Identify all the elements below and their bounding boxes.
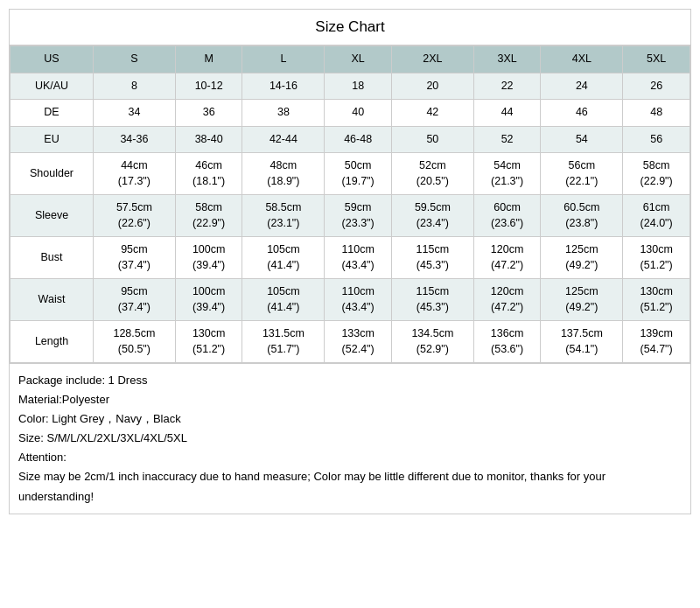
row-header-cell: DE	[10, 100, 94, 127]
table-row: DE3436384042444648	[10, 100, 690, 127]
table-row: Waist95cm(37.4")100cm(39.4")105cm(41.4")…	[10, 279, 690, 321]
table-cell: 115cm(45.3")	[391, 279, 473, 321]
table-cell: 52	[473, 126, 541, 153]
row-header-cell: Sleeve	[10, 195, 94, 237]
table-cell: 3XL	[473, 46, 541, 73]
table-cell: 42-44	[242, 126, 325, 153]
table-cell: 60.5cm(23.8")	[541, 195, 623, 237]
row-header-cell: Length	[10, 321, 94, 363]
table-cell: 48	[623, 100, 690, 127]
table-cell: 58.5cm(23.1")	[242, 195, 325, 237]
table-cell: 4XL	[541, 46, 623, 73]
row-header-cell: Waist	[10, 279, 94, 321]
table-cell: 57.5cm(22.6")	[94, 195, 176, 237]
table-cell: 59cm(23.3")	[325, 195, 392, 237]
table-cell: 38	[242, 100, 325, 127]
table-cell: 52cm(20.5")	[391, 153, 473, 195]
table-cell: 48cm(18.9")	[242, 153, 325, 195]
table-cell: XL	[325, 46, 392, 73]
table-cell: 128.5cm(50.5")	[94, 321, 176, 363]
notes-line6: Size may be 2cm/1 inch inaccuracy due to…	[18, 467, 682, 506]
table-cell: 120cm(47.2")	[473, 237, 541, 279]
table-cell: 2XL	[391, 46, 473, 73]
table-cell: 125cm(49.2")	[541, 237, 623, 279]
table-row: USSMLXL2XL3XL4XL5XL	[10, 46, 690, 73]
notes-section: Package include: 1 Dress Material:Polyes…	[10, 363, 690, 514]
table-cell: 139cm(54.7")	[623, 321, 690, 363]
table-row: Bust95cm(37.4")100cm(39.4")105cm(41.4")1…	[10, 237, 690, 279]
notes-line1: Package include: 1 Dress	[18, 371, 682, 390]
table-row: EU34-3638-4042-4446-4850525456	[10, 126, 690, 153]
table-cell: 10-12	[175, 73, 242, 100]
row-header-cell: EU	[10, 126, 94, 153]
table-cell: 95cm(37.4")	[94, 279, 176, 321]
size-chart-container: Size Chart USSMLXL2XL3XL4XL5XLUK/AU810-1…	[9, 9, 691, 514]
notes-line3: Color: Light Grey，Navy，Black	[18, 409, 682, 429]
size-table: USSMLXL2XL3XL4XL5XLUK/AU810-1214-1618202…	[10, 45, 690, 363]
table-cell: 136cm(53.6")	[473, 321, 541, 363]
table-row: UK/AU810-1214-161820222426	[10, 73, 690, 100]
chart-title: Size Chart	[10, 10, 690, 45]
table-cell: 34	[94, 100, 176, 127]
table-cell: 42	[391, 100, 473, 127]
notes-line5: Attention:	[18, 448, 682, 467]
table-cell: 120cm(47.2")	[473, 279, 541, 321]
table-cell: 34-36	[94, 126, 176, 153]
table-cell: 26	[623, 73, 690, 100]
table-cell: 60cm(23.6")	[473, 195, 541, 237]
table-cell: 59.5cm(23.4")	[391, 195, 473, 237]
table-cell: 46	[541, 100, 623, 127]
table-cell: M	[175, 46, 242, 73]
table-cell: 134.5cm(52.9")	[391, 321, 473, 363]
row-header-cell: US	[10, 46, 94, 73]
table-cell: 5XL	[623, 46, 690, 73]
row-header-cell: Shoulder	[10, 153, 94, 195]
table-cell: 125cm(49.2")	[541, 279, 623, 321]
table-cell: 56cm(22.1")	[541, 153, 623, 195]
table-cell: 110cm(43.4")	[325, 237, 392, 279]
table-cell: L	[242, 46, 325, 73]
table-cell: 46cm(18.1")	[175, 153, 242, 195]
table-cell: 24	[541, 73, 623, 100]
row-header-cell: UK/AU	[10, 73, 94, 100]
table-cell: 40	[325, 100, 392, 127]
table-cell: 50cm(19.7")	[325, 153, 392, 195]
table-cell: 100cm(39.4")	[175, 279, 242, 321]
table-cell: 54cm(21.3")	[473, 153, 541, 195]
table-cell: 46-48	[325, 126, 392, 153]
table-cell: 14-16	[242, 73, 325, 100]
table-cell: 130cm(51.2")	[623, 279, 690, 321]
table-cell: 115cm(45.3")	[391, 237, 473, 279]
table-cell: 54	[541, 126, 623, 153]
table-row: Length128.5cm(50.5")130cm(51.2")131.5cm(…	[10, 321, 690, 363]
table-cell: 8	[94, 73, 176, 100]
table-cell: 130cm(51.2")	[623, 237, 690, 279]
table-cell: 18	[325, 73, 392, 100]
table-cell: 22	[473, 73, 541, 100]
table-cell: 44	[473, 100, 541, 127]
table-row: Sleeve57.5cm(22.6")58cm(22.9")58.5cm(23.…	[10, 195, 690, 237]
table-cell: 131.5cm(51.7")	[242, 321, 325, 363]
table-cell: 36	[175, 100, 242, 127]
table-cell: 105cm(41.4")	[242, 237, 325, 279]
table-cell: 100cm(39.4")	[175, 237, 242, 279]
table-cell: 50	[391, 126, 473, 153]
notes-line2: Material:Polyester	[18, 390, 682, 409]
row-header-cell: Bust	[10, 237, 94, 279]
table-cell: S	[94, 46, 176, 73]
notes-line4: Size: S/M/L/XL/2XL/3XL/4XL/5XL	[18, 429, 682, 448]
table-cell: 38-40	[175, 126, 242, 153]
table-cell: 133cm(52.4")	[325, 321, 392, 363]
table-cell: 61cm(24.0")	[623, 195, 690, 237]
table-cell: 130cm(51.2")	[175, 321, 242, 363]
table-cell: 105cm(41.4")	[242, 279, 325, 321]
table-row: Shoulder44cm(17.3")46cm(18.1")48cm(18.9"…	[10, 153, 690, 195]
table-cell: 56	[623, 126, 690, 153]
table-cell: 137.5cm(54.1")	[541, 321, 623, 363]
table-cell: 110cm(43.4")	[325, 279, 392, 321]
table-cell: 95cm(37.4")	[94, 237, 176, 279]
table-cell: 58cm(22.9")	[175, 195, 242, 237]
table-cell: 58cm(22.9")	[623, 153, 690, 195]
table-cell: 44cm(17.3")	[94, 153, 176, 195]
table-cell: 20	[391, 73, 473, 100]
